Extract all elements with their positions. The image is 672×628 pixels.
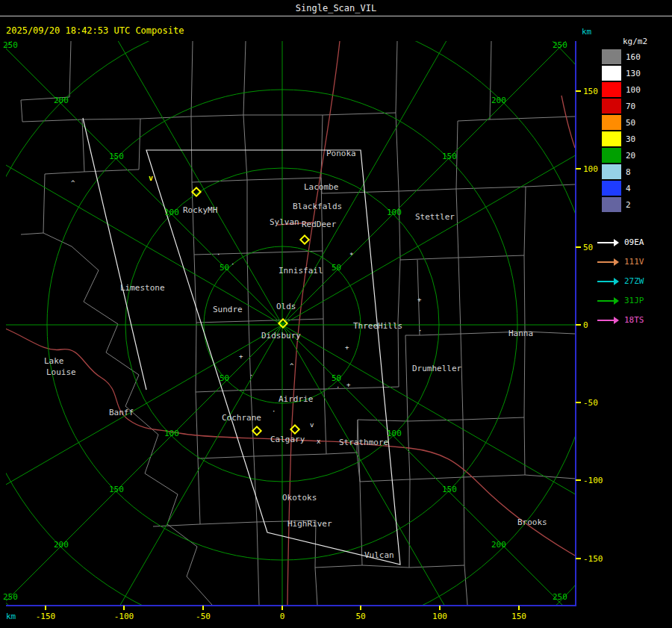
y-axis-tick	[576, 558, 581, 559]
vil-scale-swatch	[602, 82, 621, 97]
x-axis-tick-label: 50	[346, 612, 376, 621]
town-marker-icon: ^	[290, 362, 293, 370]
range-ring-label: 50	[220, 263, 229, 273]
x-axis-tick-label: 150	[504, 612, 534, 621]
station-legend-row: 18TS	[597, 315, 669, 326]
city-label: Airdrie	[279, 394, 313, 404]
vil-scale-swatch	[602, 164, 621, 179]
station-legend-row: 31JP	[597, 296, 669, 306]
y-axis-tick-label: -100	[583, 476, 603, 485]
vil-scale-swatch	[602, 49, 621, 64]
city-label: Louise	[46, 367, 76, 377]
city-label: Didsbury	[261, 331, 301, 341]
vil-scale-swatch	[602, 197, 621, 212]
station-arrow-icon	[597, 300, 614, 302]
y-axis-tick	[576, 246, 581, 248]
vil-scale-swatch	[602, 99, 621, 114]
town-marker-icon: ·	[418, 327, 422, 335]
city-label: Strathmore	[339, 438, 388, 447]
station-arrow-icon	[597, 242, 614, 243]
x-axis-tick	[360, 606, 361, 610]
vil-scale-swatch	[602, 181, 621, 196]
vil-scale-value: 30	[626, 134, 635, 144]
station-arrow-icon	[597, 320, 614, 321]
vil-scale-value: 8	[626, 167, 631, 177]
vil-scale-swatch	[602, 131, 621, 146]
x-axis-tick	[439, 606, 441, 610]
y-axis-tick-label: 50	[583, 243, 593, 252]
city-label: RedDeer	[302, 220, 336, 229]
station-id: 18TS	[624, 315, 644, 325]
city-label: Stettler	[415, 212, 455, 222]
vil-scale-value: 130	[626, 69, 641, 78]
range-ring-label: 100	[164, 429, 179, 438]
town-marker-icon: ·	[217, 251, 220, 258]
bottom-axis-line	[6, 605, 576, 606]
x-axis-tick	[518, 606, 520, 610]
town-marker-icon: +	[239, 352, 243, 360]
x-axis-tick	[45, 606, 46, 610]
yellow-caret-marker-icon: v	[149, 174, 153, 182]
y-axis-tick-label: 0	[583, 320, 588, 330]
y-axis-tick-label: 150	[583, 87, 598, 96]
y-axis-tick-label: -150	[583, 554, 603, 564]
city-label: HighRiver	[287, 519, 332, 529]
city-label: Cochrane	[222, 413, 261, 423]
town-marker-icon: ·	[249, 372, 253, 379]
city-label: Vulcan	[364, 550, 394, 560]
town-marker-icon: ·	[231, 261, 234, 268]
range-ring-label: 100	[387, 208, 402, 217]
range-ring-label: 250	[553, 40, 567, 50]
city-label: Drumheller	[412, 364, 461, 373]
range-ring-label: 200	[54, 540, 69, 550]
vil-scale-value: 2	[626, 200, 631, 210]
station-arrowhead-icon	[614, 278, 619, 285]
city-label: Sundre	[213, 305, 243, 314]
station-legend-row: 09EA	[597, 237, 669, 248]
range-ring-label: 150	[109, 152, 124, 161]
vil-scale-value: 4	[626, 184, 631, 193]
range-ring-label: 50	[332, 373, 341, 383]
town-marker-icon: +	[417, 296, 421, 303]
station-id: 111V	[624, 257, 644, 267]
range-ring-label: 50	[220, 373, 229, 383]
station-arrowhead-icon	[614, 317, 619, 324]
station-arrow-icon	[597, 281, 614, 282]
vil-scale-value: 50	[626, 118, 635, 128]
range-ring-label: 150	[442, 152, 457, 161]
y-axis-tick	[576, 168, 581, 170]
window-title: Single_Scan_VIL	[0, 3, 672, 13]
town-marker-icon: *	[349, 252, 353, 259]
title-separator-line	[0, 16, 672, 16]
range-ring-label: 250	[553, 592, 567, 602]
x-axis-tick-label: -150	[31, 612, 60, 621]
x-axis-tick-label: 0	[267, 612, 297, 621]
city-label: ThreeHills	[353, 321, 402, 331]
city-label: RockyMH	[183, 205, 217, 215]
station-arrowhead-icon	[614, 297, 619, 305]
city-label: Lake	[44, 356, 64, 366]
city-label: Limestone	[120, 283, 165, 293]
y-axis-tick	[576, 324, 581, 326]
station-legend-row: 27ZW	[597, 276, 669, 287]
town-marker-icon: ^	[71, 179, 75, 187]
town-marker-icon: +	[345, 343, 349, 351]
station-arrowhead-icon	[614, 239, 619, 246]
radar-display-window: Single_Scan_VIL 2025/09/20 18:42:53 UTC …	[0, 0, 672, 628]
range-ring-label: 250	[3, 40, 18, 50]
vil-scale-value: 20	[626, 151, 635, 161]
y-axis-tick	[576, 402, 581, 403]
station-arrow-icon	[597, 261, 614, 263]
range-ring-label: 100	[164, 208, 179, 217]
vil-scale-swatch	[602, 66, 621, 81]
bottom-axis-unit-label: km	[6, 612, 16, 621]
city-label: Calgary	[270, 435, 305, 444]
y-axis-tick-label: -50	[583, 398, 598, 408]
range-ring-label: 50	[332, 263, 341, 273]
range-ring-label: 100	[387, 429, 402, 438]
range-ring-label: 200	[491, 96, 506, 105]
city-label: Innisfail	[279, 266, 323, 276]
range-ring-label: 200	[491, 540, 506, 550]
station-id: 31JP	[624, 296, 644, 305]
right-axis-unit-label: km	[582, 27, 591, 37]
